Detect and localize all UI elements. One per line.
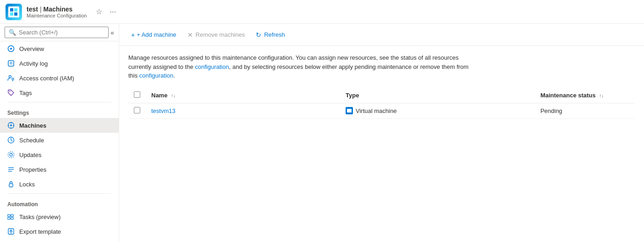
sidebar-item-overview[interactable]: Overview [0, 41, 119, 56]
row-type-label: Virtual machine [356, 107, 396, 114]
activity-log-icon [7, 60, 15, 67]
search-icon: 🔍 [9, 29, 16, 36]
tasks-icon [7, 213, 15, 220]
table-header-checkbox [128, 88, 146, 103]
row-status-label: Pending [540, 107, 562, 114]
export-template-icon [7, 228, 15, 235]
sidebar-item-machines-label: Machines [19, 122, 46, 129]
sidebar-item-overview-label: Overview [19, 45, 44, 52]
table-header-name[interactable]: Name ↑↓ [146, 88, 340, 103]
content-area: + + Add machine ✕ Remove machines ↻ Refr… [119, 24, 644, 242]
table-row: testvm13 Virtual machine Pending [128, 103, 635, 118]
row-status-cell: Pending [535, 103, 635, 118]
svg-point-14 [10, 124, 12, 126]
schedule-icon [7, 136, 15, 144]
sidebar-item-machines[interactable]: Machines [0, 118, 119, 133]
access-control-icon [7, 74, 15, 82]
svg-point-21 [8, 152, 14, 158]
settings-section-label: Settings [0, 104, 119, 118]
table-section: Name ↑↓ Type Maintenance status ↑↓ [119, 88, 644, 242]
sidebar-item-tags-label: Tags [19, 90, 32, 96]
remove-machines-button[interactable]: ✕ Remove machines [183, 29, 250, 41]
sidebar-item-properties[interactable]: Properties [0, 162, 119, 177]
svg-point-9 [9, 76, 11, 78]
sidebar-item-export-template[interactable]: Export template [0, 224, 119, 239]
sidebar-item-updates[interactable]: Updates [0, 147, 119, 162]
add-icon: + [131, 31, 135, 39]
row-type-cell: Virtual machine [340, 103, 535, 118]
sidebar-item-properties-label: Properties [19, 166, 46, 173]
info-text: Manage resources assigned to this mainte… [128, 53, 477, 80]
header-actions: ☆ ··· [94, 6, 117, 18]
select-all-checkbox[interactable] [134, 91, 140, 98]
sidebar-item-schedule[interactable]: Schedule [0, 133, 119, 147]
svg-rect-26 [8, 214, 10, 217]
collapse-sidebar-button[interactable]: « [110, 29, 114, 36]
type-icon-container: Virtual machine [346, 107, 396, 114]
sidebar-item-access-control-label: Access control (IAM) [19, 75, 74, 82]
remove-icon: ✕ [187, 31, 193, 39]
sidebar-item-activity-log-label: Activity log [19, 60, 48, 67]
tags-icon [7, 89, 15, 96]
svg-point-12 [10, 91, 11, 92]
svg-rect-1 [14, 8, 17, 11]
svg-rect-29 [11, 217, 13, 219]
sidebar-item-locks-label: Locks [19, 181, 35, 188]
svg-point-5 [10, 48, 12, 50]
locks-icon [7, 180, 15, 188]
table-header-type[interactable]: Type [340, 88, 535, 103]
vm-icon [346, 107, 353, 114]
app-header: test|Machines Maintenance Configuration … [0, 0, 644, 24]
properties-icon [7, 166, 15, 173]
sidebar-item-activity-log[interactable]: Activity log [0, 56, 119, 71]
svg-rect-25 [9, 184, 13, 187]
row-checkbox[interactable] [134, 107, 140, 113]
app-logo [6, 4, 22, 20]
svg-point-10 [12, 78, 14, 80]
svg-rect-27 [8, 217, 10, 219]
updates-icon [7, 151, 15, 158]
sidebar-item-export-template-label: Export template [19, 228, 61, 235]
main-layout: 🔍 « Overview Activity log Access control… [0, 24, 644, 242]
status-sort-icon: ↑↓ [599, 93, 604, 98]
remove-machines-label: Remove machines [196, 31, 245, 38]
add-machine-label: + Add machine [137, 31, 176, 38]
sidebar-item-updates-label: Updates [19, 152, 41, 158]
machines-table: Name ↑↓ Type Maintenance status ↑↓ [128, 88, 635, 119]
machines-icon [7, 122, 15, 129]
automation-section-label: Automation [0, 196, 119, 209]
config-link[interactable]: configuration [195, 63, 229, 70]
sidebar-item-locks[interactable]: Locks [0, 177, 119, 191]
overview-icon [7, 45, 15, 52]
svg-rect-28 [11, 214, 13, 217]
search-input[interactable] [19, 29, 105, 36]
sidebar-item-tasks-label: Tasks (preview) [19, 214, 61, 220]
svg-rect-3 [14, 12, 17, 16]
config-link-2[interactable]: configuration [139, 72, 173, 79]
resource-subtitle: Maintenance Configuration [27, 13, 87, 18]
toolbar: + + Add machine ✕ Remove machines ↻ Refr… [119, 24, 644, 46]
refresh-icon: ↻ [256, 31, 261, 39]
svg-point-20 [10, 153, 12, 156]
refresh-button[interactable]: ↻ Refresh [251, 29, 290, 41]
info-section: Manage resources assigned to this mainte… [119, 46, 644, 88]
sidebar-item-tasks[interactable]: Tasks (preview) [0, 209, 119, 224]
row-checkbox-cell [128, 103, 146, 118]
sidebar-item-schedule-label: Schedule [19, 137, 44, 144]
vm-name-link[interactable]: testvm13 [151, 107, 176, 114]
more-options-button[interactable]: ··· [108, 6, 117, 18]
refresh-label: Refresh [264, 31, 285, 38]
sidebar-item-tags[interactable]: Tags [0, 85, 119, 100]
name-sort-icon: ↑↓ [171, 93, 176, 98]
sidebar-item-access-control[interactable]: Access control (IAM) [0, 71, 119, 85]
row-name-cell: testvm13 [146, 103, 340, 118]
favorite-button[interactable]: ☆ [94, 6, 104, 18]
sidebar: 🔍 « Overview Activity log Access control… [0, 24, 119, 242]
table-header-status[interactable]: Maintenance status ↑↓ [535, 88, 635, 103]
svg-rect-2 [10, 12, 13, 16]
resource-title: test|Machines [27, 6, 87, 13]
add-machine-button[interactable]: + + Add machine [127, 29, 181, 41]
svg-rect-6 [8, 61, 14, 66]
svg-rect-0 [10, 8, 13, 11]
search-box: 🔍 [5, 27, 109, 38]
